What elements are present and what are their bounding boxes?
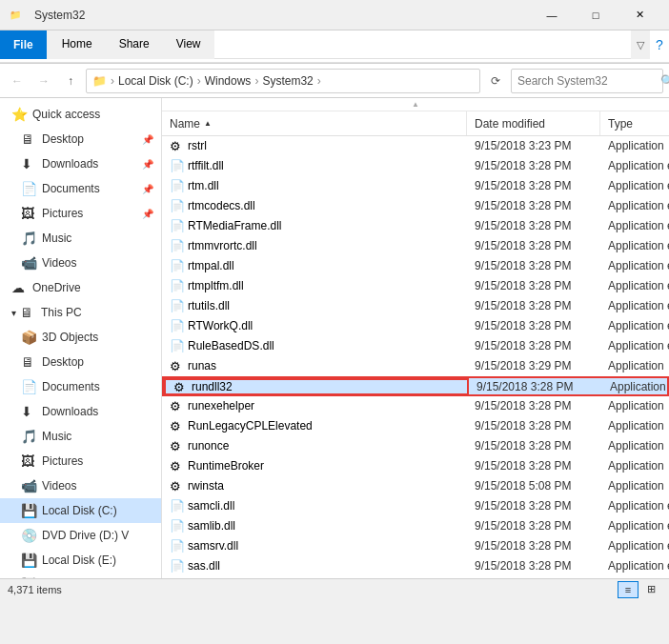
table-row[interactable]: ⚙ RunLegacyCPLElevated 9/15/2018 3:28 PM…: [162, 416, 669, 436]
file-icon: 📄: [170, 519, 183, 533]
tab-share[interactable]: Share: [106, 30, 163, 59]
file-icon: ⚙: [173, 380, 187, 393]
file-icon: 📄: [170, 319, 183, 332]
table-row[interactable]: ⚙ rwinsta 9/15/2018 5:08 PM Application: [162, 476, 669, 496]
file-date-cell: 9/15/2018 5:08 PM: [467, 479, 600, 493]
sidebar-label: Desktop: [42, 355, 84, 369]
sidebar-item-drive-d[interactable]: 💿 DVD Drive (D:) V: [0, 523, 161, 548]
maximize-button[interactable]: □: [574, 0, 618, 30]
sidebar-item-documents-pc[interactable]: 📄 Documents: [0, 374, 161, 399]
file-type-cell: Application extens...: [600, 319, 669, 332]
sidebar-item-desktop-pc[interactable]: 🖥 Desktop: [0, 350, 161, 374]
sidebar-item-3dobjects[interactable]: 📦 3D Objects: [0, 325, 161, 350]
file-name-cell: 📄 rtffilt.dll: [162, 159, 467, 172]
title-bar-icons: 📁: [8, 8, 23, 23]
file-type-cell: Application extens...: [600, 499, 669, 513]
file-name: rtmcodecs.dll: [188, 199, 255, 212]
file-name: samcli.dll: [188, 499, 234, 513]
breadcrumb[interactable]: 📁 › Local Disk (C:) › Windows › System32…: [86, 69, 480, 93]
close-button[interactable]: ✕: [618, 0, 661, 30]
forward-button[interactable]: →: [32, 70, 55, 92]
file-date-cell: 9/15/2018 3:28 PM: [467, 399, 600, 413]
table-row[interactable]: ⚙ runas 9/15/2018 3:29 PM Application: [162, 356, 669, 376]
minimize-button[interactable]: —: [530, 0, 574, 30]
col-date-header[interactable]: Date modified: [467, 111, 600, 135]
file-name-cell: ⚙ RuntimeBroker: [162, 459, 467, 473]
table-row[interactable]: 📄 rtutils.dll 9/15/2018 3:28 PM Applicat…: [162, 296, 669, 316]
sidebar-item-drive-e[interactable]: 💾 Local Disk (E:): [0, 548, 161, 573]
file-name-cell: 📄 RTMediaFrame.dll: [162, 219, 467, 232]
sidebar-item-onedrive[interactable]: ☁ OneDrive: [0, 275, 161, 300]
table-row[interactable]: 📄 RTWorkQ.dll 9/15/2018 3:28 PM Applicat…: [162, 316, 669, 336]
file-icon: ⚙: [170, 359, 183, 372]
sidebar-item-downloads-pc[interactable]: ⬇ Downloads: [0, 399, 161, 424]
tab-home[interactable]: Home: [49, 30, 106, 59]
table-row[interactable]: 📄 rtmpltfm.dll 9/15/2018 3:28 PM Applica…: [162, 276, 669, 296]
sidebar-item-music-pc[interactable]: 🎵 Music: [0, 424, 161, 449]
up-button[interactable]: ↑: [59, 70, 82, 92]
sort-icon: ▲: [204, 119, 212, 128]
sidebar-item-videos-qa[interactable]: 📹 Videos: [0, 251, 161, 275]
3dobjects-icon: 📦: [21, 330, 36, 345]
table-row[interactable]: ⚙ rstrl 9/15/2018 3:23 PM Application: [162, 136, 669, 156]
search-box[interactable]: 🔍: [511, 69, 663, 93]
scroll-up-arrow[interactable]: ▲: [412, 100, 419, 109]
sidebar-item-quick-access[interactable]: ⭐ Quick access: [0, 102, 161, 127]
table-row[interactable]: 📄 RTMediaFrame.dll 9/15/2018 3:28 PM App…: [162, 216, 669, 236]
scroll-indicator-top: ▲: [162, 98, 669, 111]
details-view-button[interactable]: ≡: [618, 581, 639, 598]
breadcrumb-c: Local Disk (C:): [118, 74, 193, 88]
table-row[interactable]: 📄 samsrv.dll 9/15/2018 3:28 PM Applicati…: [162, 536, 669, 556]
file-name-cell: 📄 sas.dll: [162, 559, 467, 573]
table-row[interactable]: 📄 rtffilt.dll 9/15/2018 3:28 PM Applicat…: [162, 156, 669, 176]
table-row[interactable]: 📄 rtmpal.dll 9/15/2018 3:28 PM Applicati…: [162, 256, 669, 276]
table-row[interactable]: ⚙ rundll32 9/15/2018 3:28 PM Application: [162, 376, 669, 396]
back-button[interactable]: ←: [6, 70, 29, 92]
file-type-cell: Application: [600, 399, 669, 413]
refresh-button[interactable]: ⟳: [484, 70, 507, 92]
file-name-cell: 📄 rtmpltfm.dll: [162, 279, 467, 292]
file-name-cell: 📄 samcli.dll: [162, 499, 467, 513]
pin-icon: 📌: [142, 209, 153, 219]
table-row[interactable]: 📄 rtmmvrortc.dll 9/15/2018 3:28 PM Appli…: [162, 236, 669, 256]
sidebar-item-drive-c[interactable]: 💾 Local Disk (C:): [0, 498, 161, 523]
table-row[interactable]: 📄 rtm.dll 9/15/2018 3:28 PM Application …: [162, 176, 669, 196]
table-row[interactable]: 📄 rtmcodecs.dll 9/15/2018 3:28 PM Applic…: [162, 196, 669, 216]
col-type-label: Type: [608, 117, 633, 131]
table-row[interactable]: ⚙ runexehelper 9/15/2018 3:28 PM Applica…: [162, 396, 669, 416]
file-icon: 📄: [170, 339, 183, 352]
onedrive-icon: ☁: [11, 280, 27, 295]
tiles-view-button[interactable]: ⊞: [640, 581, 661, 598]
table-row[interactable]: ⚙ runonce 9/15/2018 3:28 PM Application: [162, 436, 669, 456]
sidebar-label: Music: [42, 231, 71, 245]
table-row[interactable]: 📄 sbe.dll 9/15/2018 3:28 PM Application …: [162, 576, 669, 578]
help-button[interactable]: ?: [650, 30, 669, 59]
file-name: rtmmvrortc.dll: [188, 239, 257, 252]
table-row[interactable]: 📄 RuleBasedDS.dll 9/15/2018 3:28 PM Appl…: [162, 336, 669, 356]
search-input[interactable]: [517, 74, 660, 88]
sidebar-item-music-qa[interactable]: 🎵 Music: [0, 226, 161, 251]
table-row[interactable]: ⚙ RuntimeBroker 9/15/2018 3:28 PM Applic…: [162, 456, 669, 476]
col-name-header[interactable]: Name ▲: [162, 111, 467, 135]
sidebar-item-pictures-pc[interactable]: 🖼 Pictures: [0, 449, 161, 473]
sidebar-item-desktop-qa[interactable]: 🖥 Desktop 📌: [0, 127, 161, 151]
table-row[interactable]: 📄 sas.dll 9/15/2018 3:28 PM Application …: [162, 556, 669, 576]
sidebar-item-thispc[interactable]: ▾ 🖥 This PC: [0, 300, 161, 325]
main-area: ⭐ Quick access 🖥 Desktop 📌 ⬇ Downloads 📌…: [0, 98, 669, 578]
sidebar-item-documents-qa[interactable]: 📄 Documents 📌: [0, 176, 161, 201]
ribbon-expand[interactable]: ▽: [631, 30, 650, 59]
file-type-cell: Application extens...: [600, 219, 669, 232]
file-type-cell: Application extens...: [600, 299, 669, 312]
tab-file[interactable]: File: [0, 30, 47, 59]
table-row[interactable]: 📄 samlib.dll 9/15/2018 3:28 PM Applicati…: [162, 516, 669, 536]
col-type-header[interactable]: Type: [600, 111, 669, 135]
thispc-expand: ▾: [11, 308, 16, 318]
sidebar-item-drive-f[interactable]: 💾 Local Disk (F:): [0, 573, 161, 578]
table-row[interactable]: 📄 samcli.dll 9/15/2018 3:28 PM Applicati…: [162, 496, 669, 516]
file-type-cell: Application: [602, 380, 667, 393]
sidebar-item-downloads-qa[interactable]: ⬇ Downloads 📌: [0, 151, 161, 176]
sidebar-item-pictures-qa[interactable]: 🖼 Pictures 📌: [0, 201, 161, 226]
file-name-cell: 📄 rtmmvrortc.dll: [162, 239, 467, 252]
sidebar-item-videos-pc[interactable]: 📹 Videos: [0, 473, 161, 498]
tab-view[interactable]: View: [163, 30, 214, 59]
